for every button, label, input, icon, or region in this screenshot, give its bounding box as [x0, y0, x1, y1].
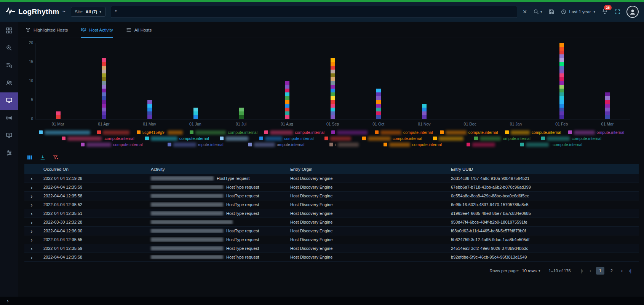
page-button-1[interactable]: 1 [596, 267, 604, 275]
sidebar-item-search[interactable] [0, 57, 18, 75]
legend-item[interactable] [97, 130, 129, 135]
tab-all-hosts[interactable]: All Hosts [126, 27, 152, 38]
legend-item[interactable]: compute.internal [375, 130, 433, 135]
last-page-button[interactable]: ›| [628, 267, 633, 274]
chart-bar[interactable] [559, 43, 564, 119]
col-entry-origin[interactable]: Entry Orgin [286, 167, 446, 172]
row-expand-icon[interactable]: › [24, 237, 39, 243]
row-expand-icon[interactable]: › [24, 210, 39, 217]
fullscreen-button[interactable] [614, 9, 620, 15]
site-selector[interactable]: Site: All (7) ▾ [71, 7, 105, 17]
table-row[interactable]: ›2022-04-04 12:35:55HostType requestHost… [24, 235, 639, 244]
clear-search-icon[interactable]: ✕ [523, 9, 527, 15]
sidebar-expand-icon[interactable]: › [7, 298, 9, 304]
columns-button[interactable] [27, 154, 33, 160]
table-row[interactable]: ›2022-04-04 12:35:58HostType requestHost… [24, 253, 639, 262]
table-row[interactable]: ›2022-04-04 12:35:59HostType requestHost… [24, 244, 639, 253]
redacted-text [173, 143, 196, 147]
next-page-button[interactable]: › [620, 267, 624, 274]
legend-item[interactable] [467, 143, 495, 147]
tab-host-activity[interactable]: Host Activity [81, 27, 113, 38]
table-row[interactable]: ›2022-04-04 12:36:00HostType requestHost… [24, 227, 639, 235]
legend-item[interactable] [331, 130, 368, 135]
legend-swatch [467, 143, 470, 146]
sidebar-item-analyze[interactable] [0, 40, 18, 57]
sidebar-item-dashboards[interactable] [0, 22, 18, 40]
first-page-button[interactable]: |‹ [579, 267, 584, 274]
legend-item[interactable]: i [329, 142, 359, 147]
tab-highlighted-hosts[interactable]: Highlighted Hosts [25, 27, 68, 38]
row-expand-icon[interactable]: › [24, 254, 39, 261]
sidebar-item-deployment[interactable] [0, 127, 18, 145]
chart-bar[interactable] [193, 108, 198, 119]
legend-item[interactable]: compute.internal [505, 130, 561, 135]
row-expand-icon[interactable]: › [24, 219, 39, 226]
pager: |‹ ‹ 12 › ›| [579, 267, 633, 275]
legend-item[interactable]: compute.internal [81, 142, 143, 147]
save-search-button[interactable] [548, 9, 555, 15]
chart-bar-segment [285, 100, 289, 104]
chart-bar-segment [559, 47, 564, 51]
table-row[interactable]: ›2022-04-04 12:35:51HostType requestHost… [24, 209, 639, 218]
sidebar-item-settings[interactable] [0, 145, 18, 162]
chart-bar[interactable] [605, 92, 610, 119]
rows-per-page-select[interactable]: 10 rows ▾ [522, 268, 540, 273]
col-entry-uuid[interactable]: Entry UUID [446, 167, 639, 172]
legend-item[interactable] [324, 137, 351, 141]
legend-item[interactable]: mpute.internal [168, 142, 224, 147]
table-row[interactable]: ›2022-04-04 12:35:59HostType requestHost… [24, 183, 639, 192]
time-range-selector[interactable]: Last 1 year ▾ [561, 9, 595, 15]
clear-filters-button[interactable] [53, 154, 59, 160]
legend-item[interactable]: compute.internal [362, 136, 422, 141]
previous-page-button[interactable]: ‹ [588, 267, 592, 274]
chart-bar[interactable] [147, 100, 152, 119]
legend-item[interactable]: compute.internal [145, 136, 209, 141]
search-input[interactable] [115, 9, 513, 14]
chart-bar[interactable] [331, 58, 335, 119]
legend-item[interactable]: 5cg94159g9- [137, 130, 183, 135]
table-row[interactable]: ›2022-03-30 12:32:28Host Discovery Engin… [24, 218, 639, 227]
legend-item[interactable]: compute.internal [190, 130, 257, 135]
legend-item[interactable]: compute.internal [264, 130, 324, 135]
user-avatar[interactable] [626, 6, 639, 18]
col-occurred-on[interactable]: Occurred On [39, 167, 146, 172]
row-expand-icon[interactable]: › [24, 228, 39, 234]
chart-bar[interactable] [102, 58, 106, 119]
legend-item[interactable]: ompute.internal [568, 130, 624, 135]
sidebar-item-users[interactable] [0, 75, 18, 92]
row-expand-icon[interactable]: › [24, 175, 39, 182]
table-row[interactable]: ›2022-04-04 12:35:52HostType requestHost… [24, 200, 639, 209]
table-row[interactable]: ›2022-04-04 12:19:28HostType requestHost… [24, 174, 639, 183]
table-row[interactable]: ›2022-04-04 12:35:58HostType requestHost… [24, 192, 639, 200]
row-expand-icon[interactable]: › [24, 193, 39, 199]
sidebar-item-network[interactable] [0, 110, 18, 127]
chart-bar[interactable] [239, 108, 244, 119]
chart-bar[interactable] [285, 81, 289, 119]
legend-swatch [433, 137, 437, 140]
legend-item[interactable]: : compute.internal [520, 142, 582, 147]
legend-item[interactable]: compute.internal [384, 142, 442, 147]
chart-bar[interactable] [376, 89, 381, 119]
search-options-button[interactable]: ▾ [533, 9, 542, 15]
chart-bar-segment [376, 104, 381, 108]
notifications-button[interactable]: 26 [601, 8, 608, 16]
legend-item[interactable]: compute.internal [440, 130, 498, 135]
legend-item[interactable] [220, 137, 248, 141]
legend-item[interactable]: ompute.internal [474, 136, 530, 141]
chart-bar[interactable] [56, 111, 61, 119]
col-activity[interactable]: Activity [146, 167, 286, 172]
download-button[interactable] [40, 154, 46, 160]
legend-item[interactable]: compute.internal [259, 136, 314, 141]
sidebar-item-hosts[interactable] [0, 92, 18, 110]
row-expand-icon[interactable]: › [24, 184, 39, 191]
legend-item[interactable] [433, 137, 463, 141]
page-button-2[interactable]: 2 [607, 267, 616, 275]
legend-item[interactable]: compute.internal [541, 136, 601, 141]
legend-item[interactable]: ompute.internal [248, 142, 304, 147]
row-expand-icon[interactable]: › [24, 202, 39, 208]
chart-bar[interactable] [422, 104, 427, 119]
chart-bar-segment [422, 111, 427, 115]
legend-item[interactable]: .compute.internal [62, 136, 134, 141]
legend-item[interactable] [39, 130, 90, 135]
row-expand-icon[interactable]: › [24, 245, 39, 252]
